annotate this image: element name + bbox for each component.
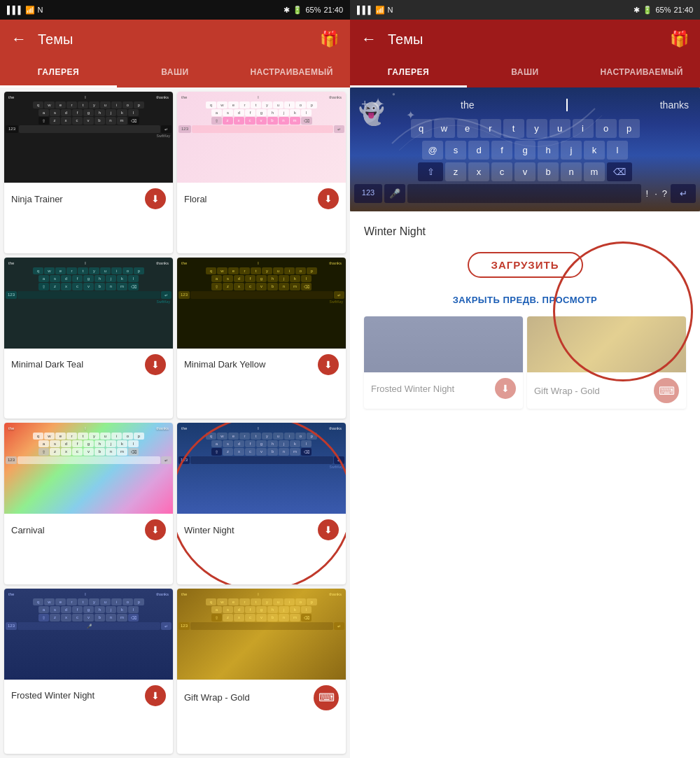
- tabs-left: ГАЛЕРЕЯ ВАШИ НАСТРАИВАЕМЫЙ: [0, 59, 350, 87]
- theme-footer-gold: Gift Wrap - Gold ⌨: [177, 680, 346, 716]
- back-button-right[interactable]: ←: [361, 30, 377, 48]
- theme-card-teal[interactable]: thelthanks qwertyuiop asdfghjkl ⇧zxcvbnm…: [4, 258, 173, 419]
- wifi-icon-right: 📶: [375, 6, 385, 15]
- theme-name-ninja: Ninja Trainer: [11, 194, 63, 204]
- theme-name-yellow: Minimal Dark Yellow: [184, 359, 265, 370]
- swiftkey-logo-teal: SwiftKey: [6, 300, 172, 304]
- battery-icon-right: 🔋: [643, 6, 652, 15]
- modal-download-frosted: ⬇: [495, 378, 516, 399]
- battery-icon: 🔋: [293, 6, 302, 15]
- tab-custom-left[interactable]: НАСТРАИВАЕМЫЙ: [233, 59, 350, 87]
- theme-preview-floral: thelthanks qwertyuiop asdfghjkl ⇧zxcvbnm…: [177, 92, 346, 183]
- swiftkey-logo-yellow: SwiftKey: [178, 300, 344, 304]
- back-button[interactable]: ←: [11, 30, 27, 48]
- suggestion-cursor: [566, 99, 568, 111]
- tab-custom-right[interactable]: НАСТРАИВАЕМЫЙ: [583, 59, 700, 87]
- theme-preview-frosted: thelthanks qwertyuiop asdfghjkl ⇧zxcvbnm…: [4, 589, 173, 680]
- download-btn-winter[interactable]: ⬇: [318, 519, 339, 540]
- modal-preview-frosted: [364, 316, 523, 372]
- right-phone-panel: ▌▌▌ 📶 N ✱ 🔋 65% 21:40 ← Темы 🎁 ГАЛЕРЕЯ В…: [350, 0, 700, 758]
- theme-name-gold: Gift Wrap - Gold: [184, 692, 250, 703]
- suggestion-the: the: [461, 99, 474, 111]
- keyboard-icon-btn-gold[interactable]: ⌨: [314, 685, 339, 710]
- modal-name-frosted: Frosted Winter Night: [371, 384, 454, 394]
- notification-icon-right: N: [387, 6, 393, 14]
- theme-preview-winter: thelthanks qwertyuiop asdfghjkl ⇧zxcvbnm…: [177, 423, 346, 514]
- theme-footer-winter: Winter Night ⬇: [177, 514, 346, 546]
- top-bar-left: ← Темы 🎁: [0, 20, 350, 59]
- theme-preview-gold: thelthanks qwertyuiop asdfghjkl ⇧zxcvbnm…: [177, 589, 346, 680]
- download-btn-carnival[interactable]: ⬇: [145, 519, 166, 540]
- modal-preview-gold: [527, 316, 686, 372]
- theme-footer-floral: Floral ⬇: [177, 183, 346, 215]
- theme-card-frosted[interactable]: thelthanks qwertyuiop asdfghjkl ⇧zxcvbnm…: [4, 589, 173, 755]
- swiftkey-logo: SwiftKey: [6, 134, 172, 138]
- tab-gallery-left[interactable]: ГАЛЕРЕЯ: [0, 59, 117, 87]
- tab-gallery-right[interactable]: ГАЛЕРЕЯ: [350, 59, 467, 87]
- plus-icon-large: +: [361, 97, 369, 112]
- wifi-icon: 📶: [25, 6, 35, 15]
- download-btn-frosted[interactable]: ⬇: [145, 685, 166, 706]
- signal-icon: ▌▌▌: [7, 6, 23, 14]
- tabs-right: ГАЛЕРЕЯ ВАШИ НАСТРАИВАЕМЫЙ: [350, 59, 700, 87]
- modal-theme-gold: Gift Wrap - Gold ⌨: [527, 316, 686, 409]
- theme-grid-left: the l thanks qwertyuiop asdfghjkl ⇧zxcvb…: [0, 87, 350, 758]
- gift-button[interactable]: 🎁: [320, 30, 339, 48]
- theme-footer-ninja: Ninja Trainer ⬇: [4, 183, 173, 215]
- keyboard-large-preview: ✦ ✦ ● 👻 + the thanks: [350, 87, 700, 211]
- right-content-area: qwertyuiop asdfghjkl Ninja Trainer ⬇ Flo: [350, 87, 700, 758]
- suggestion-row-large: + the thanks: [354, 93, 696, 119]
- kb-row-1: qwertyuiop: [6, 101, 172, 108]
- theme-card-yellow[interactable]: thelthanks qwertyuiop asdfghjkl ⇧zxcvbnm…: [177, 258, 346, 419]
- theme-footer-yellow: Minimal Dark Yellow ⬇: [177, 349, 346, 381]
- tab-yours-right[interactable]: ВАШИ: [467, 59, 584, 87]
- theme-card-gold[interactable]: thelthanks qwertyuiop asdfghjkl ⇧zxcvbnm…: [177, 589, 346, 755]
- suggestion-thanks: thanks: [660, 99, 689, 111]
- time-display: 21:40: [323, 6, 343, 14]
- theme-preview-carnival: thelthanks qwertyuiop asdfghjkl ⇧zxcvbnm…: [4, 423, 173, 514]
- top-bar-right: ← Темы 🎁: [350, 20, 700, 59]
- status-right-right: ✱ 🔋 65% 21:40: [634, 6, 693, 15]
- theme-card-floral[interactable]: thelthanks qwertyuiop asdfghjkl ⇧zxcvbnm…: [177, 92, 346, 253]
- kb-large-row-3: ⇧ z x c v b n m ⌫: [354, 162, 696, 181]
- time-display-right: 21:40: [673, 6, 693, 14]
- status-bar-left: ▌▌▌ 📶 N ✱ 🔋 65% 21:40: [0, 0, 350, 20]
- modal-close-button[interactable]: ЗАКРЫТЬ ПРЕДВ. ПРОСМОТР: [453, 295, 598, 305]
- bluetooth-icon: ✱: [284, 6, 290, 15]
- theme-card-winter[interactable]: thelthanks qwertyuiop asdfghjkl ⇧zxcvbnm…: [177, 423, 346, 584]
- download-btn-yellow[interactable]: ⬇: [318, 354, 339, 375]
- notification-icon: N: [37, 6, 43, 14]
- theme-preview-teal: thelthanks qwertyuiop asdfghjkl ⇧zxcvbnm…: [4, 258, 173, 349]
- modal-theme-name: Winter Night: [364, 225, 426, 238]
- kb-row-3: ⇧zxcvbnm⌫: [6, 117, 172, 125]
- theme-name-winter: Winter Night: [184, 525, 234, 535]
- modal-bottom-themes: Frosted Winter Night ⬇ Gift Wrap - Gold …: [364, 316, 686, 409]
- theme-preview-yellow: thelthanks qwertyuiop asdfghjkl ⇧zxcvbnm…: [177, 258, 346, 349]
- theme-footer-teal: Minimal Dark Teal ⬇: [4, 349, 173, 381]
- theme-footer-frosted: Frosted Winter Night ⬇: [4, 680, 173, 712]
- kb-large-row-1: q w e r t y u i o p: [354, 119, 696, 138]
- download-btn-floral[interactable]: ⬇: [318, 188, 339, 209]
- modal-sheet: Winter Night ЗАГРУЗИТЬ ЗАКРЫТЬ ПРЕДВ. ПР…: [350, 211, 700, 758]
- status-left-right: ▌▌▌ 📶 N: [357, 6, 393, 15]
- tab-yours-left[interactable]: ВАШИ: [117, 59, 234, 87]
- kb-row-2: asdfghjkl: [6, 109, 172, 116]
- theme-name-teal: Minimal Dark Teal: [11, 359, 83, 370]
- modal-overlay: ✦ ✦ ● 👻 + the thanks: [350, 87, 700, 758]
- status-left: ▌▌▌ 📶 N: [7, 6, 43, 15]
- download-btn-ninja[interactable]: ⬇: [145, 188, 166, 209]
- page-title-right: Темы: [388, 31, 670, 48]
- suggestion-bar: the l thanks: [6, 94, 172, 100]
- bluetooth-icon-right: ✱: [634, 6, 640, 15]
- theme-card-ninja[interactable]: the l thanks qwertyuiop asdfghjkl ⇧zxcvb…: [4, 92, 173, 253]
- download-btn-teal[interactable]: ⬇: [145, 354, 166, 375]
- modal-keyboard-btn-gold: ⌨: [654, 378, 679, 403]
- page-title-left: Темы: [38, 31, 320, 48]
- modal-download-button[interactable]: ЗАГРУЗИТЬ: [468, 252, 583, 278]
- signal-icon-right: ▌▌▌: [357, 6, 373, 14]
- gift-button-right[interactable]: 🎁: [670, 30, 689, 48]
- theme-card-carnival[interactable]: thelthanks qwertyuiop asdfghjkl ⇧zxcvbnm…: [4, 423, 173, 584]
- battery-percent-right: 65%: [655, 6, 671, 14]
- theme-name-frosted: Frosted Winter Night: [11, 690, 94, 701]
- left-phone-panel: ▌▌▌ 📶 N ✱ 🔋 65% 21:40 ← Темы 🎁 ГАЛЕРЕЯ В…: [0, 0, 350, 758]
